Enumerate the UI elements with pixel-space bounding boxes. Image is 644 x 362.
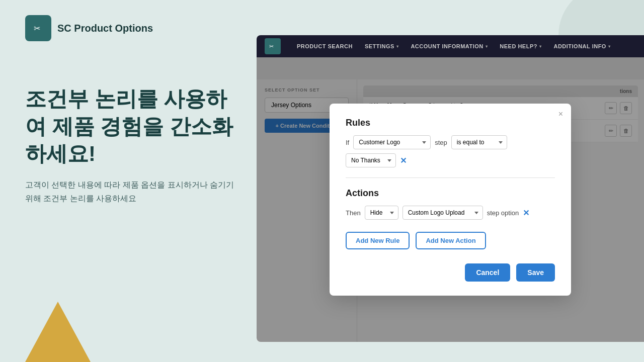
cancel-button[interactable]: Cancel xyxy=(465,263,510,282)
action-row: Then Hide Show Custom Logo Upload Sponso… xyxy=(346,206,555,220)
nav-need-help[interactable]: NEED HELP? ▾ xyxy=(494,35,547,57)
add-buttons-row: Add New Rule Add New Action xyxy=(346,232,555,249)
action-target-select[interactable]: Custom Logo Upload Sponsors Names 3 xyxy=(403,206,483,220)
delete-rule-button[interactable]: ✕ xyxy=(400,156,407,165)
rules-modal: × Rules If Customer Logo How Many Sponso… xyxy=(330,104,571,296)
step-label: step xyxy=(435,139,447,146)
app-logo-icon: ✂ xyxy=(25,15,51,41)
settings-chevron-icon: ▾ xyxy=(396,44,399,49)
hero-main-text: 조건부 논리를 사용하여 제품 경험을 간소화하세요! xyxy=(25,85,236,168)
svg-text:✂: ✂ xyxy=(269,43,274,49)
modal-close-button[interactable]: × xyxy=(558,110,563,119)
action-type-select[interactable]: Hide Show xyxy=(365,206,398,220)
modal-divider xyxy=(346,177,555,178)
hero-sub-text: 고객이 선택한 내용에 따라 제품 옵션을 표시하거나 숨기기 위해 조건부 논… xyxy=(25,178,236,205)
save-button[interactable]: Save xyxy=(516,263,555,282)
app-body: SELECT OPTION SET Jersey Options + Creat… xyxy=(257,57,644,342)
nav-logo: ✂ xyxy=(265,38,281,54)
condition-field-select[interactable]: Customer Logo How Many Sponsors? xyxy=(353,135,431,149)
help-chevron-icon: ▾ xyxy=(539,44,542,49)
actions-section: Actions Then Hide Show Custom Logo Uploa… xyxy=(346,188,555,220)
nav-account-info[interactable]: ACCOUNT INFORMATION ▾ xyxy=(405,35,494,57)
account-chevron-icon: ▾ xyxy=(486,44,488,49)
modal-title: Rules xyxy=(346,118,555,128)
navbar: ✂ PRODUCT SEARCH SETTINGS ▾ ACCOUNT INFO… xyxy=(257,35,644,57)
add-new-action-button[interactable]: Add New Action xyxy=(416,232,486,249)
app-logo-area: ✂ SC Product Options xyxy=(25,15,153,41)
add-new-rule-button[interactable]: Add New Rule xyxy=(346,232,410,249)
additional-chevron-icon: ▾ xyxy=(608,44,611,49)
nav-product-search[interactable]: PRODUCT SEARCH xyxy=(291,35,359,57)
value-select[interactable]: No Thanks Yes Please xyxy=(346,153,396,167)
delete-action-button[interactable]: ✕ xyxy=(523,208,529,218)
nav-settings[interactable]: SETTINGS ▾ xyxy=(359,35,405,57)
step-option-label: step option xyxy=(487,209,519,217)
modal-overlay: × Rules If Customer Logo How Many Sponso… xyxy=(257,57,644,342)
if-label: If xyxy=(346,139,349,146)
modal-footer: Cancel Save xyxy=(346,263,555,282)
decorative-triangle xyxy=(25,302,91,362)
then-label: Then xyxy=(346,209,361,217)
app-title: SC Product Options xyxy=(57,23,153,34)
actions-title: Actions xyxy=(346,188,555,199)
operator-select[interactable]: is equal to is not equal to xyxy=(451,135,507,149)
svg-text:✂: ✂ xyxy=(34,24,40,33)
nav-additional-info[interactable]: ADDITIONAL INFO ▾ xyxy=(547,35,616,57)
rule-row: If Customer Logo How Many Sponsors? step… xyxy=(346,135,555,167)
hero-text-area: 조건부 논리를 사용하여 제품 경험을 간소화하세요! 고객이 선택한 내용에 … xyxy=(25,85,236,205)
app-container: ✂ PRODUCT SEARCH SETTINGS ▾ ACCOUNT INFO… xyxy=(257,35,644,342)
